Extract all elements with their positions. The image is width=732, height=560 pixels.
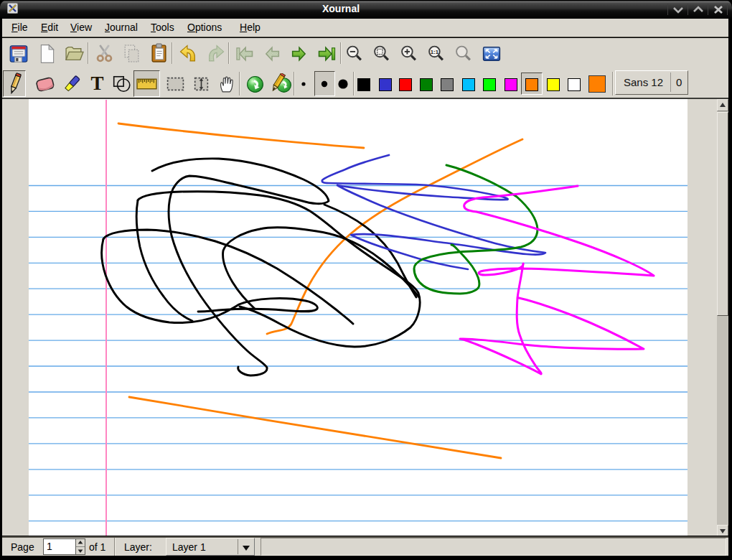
- svg-text:1:1: 1:1: [431, 49, 439, 55]
